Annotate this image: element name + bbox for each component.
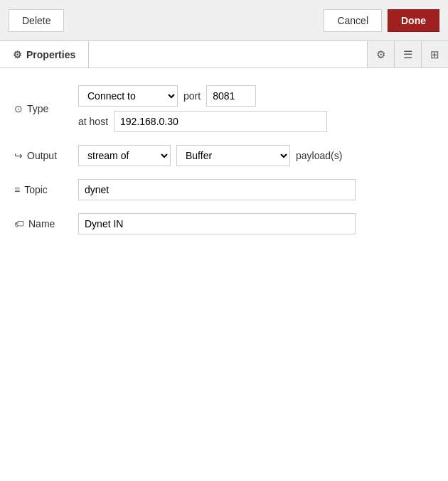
topic-input[interactable] (78, 179, 356, 200)
name-row: 🏷 Name (14, 213, 434, 234)
name-icon: 🏷 (14, 218, 24, 229)
at-host-label: at host (78, 116, 108, 127)
topic-label-text: Topic (24, 184, 48, 195)
content-area: ⊙ Type Connect to Listen on port at host… (0, 68, 448, 261)
cancel-button[interactable]: Cancel (324, 9, 382, 32)
port-input[interactable] (206, 85, 256, 107)
done-button[interactable]: Done (388, 9, 439, 32)
stream-select[interactable]: stream of single (78, 145, 171, 166)
payload-label: payload(s) (296, 150, 342, 161)
tab-action-description[interactable]: ☰ (394, 41, 421, 67)
tab-bar: ⚙ Properties ⚙ ☰ ⊞ (0, 41, 448, 68)
type-select[interactable]: Connect to Listen on (78, 85, 178, 107)
buffer-select[interactable]: Buffer String Base64 (176, 145, 290, 166)
tab-action-grid[interactable]: ⊞ (421, 41, 448, 67)
type-icon: ⊙ (14, 103, 23, 114)
topic-label: ≡ Topic (14, 184, 78, 195)
delete-button[interactable]: Delete (9, 9, 64, 32)
output-icon: ↪ (14, 150, 23, 161)
tab-properties[interactable]: ⚙ Properties (0, 41, 89, 67)
name-input[interactable] (78, 213, 356, 234)
type-line1: Connect to Listen on port (78, 85, 434, 107)
name-label: 🏷 Name (14, 218, 78, 229)
type-controls: Connect to Listen on port at host (78, 85, 434, 132)
toolbar-left: Delete (9, 9, 64, 32)
tab-properties-label: Properties (26, 49, 75, 60)
toolbar: Delete Cancel Done (0, 0, 448, 41)
output-row: ↪ Output stream of single Buffer String … (14, 145, 434, 166)
tab-action-gear[interactable]: ⚙ (367, 41, 394, 67)
type-label-text: Type (27, 103, 48, 114)
name-controls (78, 213, 434, 234)
tab-actions: ⚙ ☰ ⊞ (367, 41, 448, 67)
topic-row: ≡ Topic (14, 179, 434, 200)
port-label: port (183, 90, 201, 102)
type-label: ⊙ Type (14, 103, 78, 114)
type-row: ⊙ Type Connect to Listen on port at host (14, 85, 434, 132)
topic-icon: ≡ (14, 184, 20, 195)
toolbar-right: Cancel Done (324, 9, 439, 32)
output-label: ↪ Output (14, 150, 78, 161)
output-controls: stream of single Buffer String Base64 pa… (78, 145, 434, 166)
output-label-text: Output (27, 150, 57, 161)
topic-controls (78, 179, 434, 200)
properties-icon: ⚙ (13, 49, 22, 60)
type-line2: at host (78, 111, 434, 132)
host-input[interactable] (114, 111, 327, 132)
name-label-text: Name (28, 218, 55, 229)
